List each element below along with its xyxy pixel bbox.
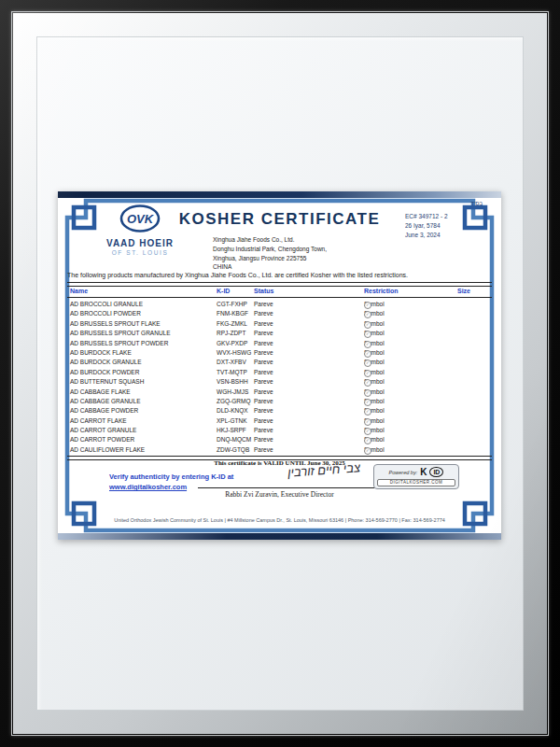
product-kid: VSN-BSHH xyxy=(217,378,248,385)
symbol-check-icon: ✓ xyxy=(364,379,371,387)
symbol-check-icon: ✓ xyxy=(364,408,371,416)
product-restriction: ✓Symbol xyxy=(364,340,385,346)
product-name: AD CABBAGE GRANULE xyxy=(70,398,141,404)
product-status: Pareve xyxy=(254,398,273,404)
column-status: Status xyxy=(254,288,273,294)
product-name: AD CARROT GRANULE xyxy=(70,427,136,433)
table-header: Name K-ID Status Restriction Size xyxy=(58,288,501,297)
product-restriction: ✓Symbol xyxy=(364,301,385,307)
table-row: AD BURDOCK GRANULEDXT-XFBVPareve✓Symbol xyxy=(58,358,501,367)
product-status: Pareve xyxy=(254,369,273,375)
product-restriction: ✓Symbol xyxy=(364,388,385,395)
symbol-check-icon: ✓ xyxy=(364,302,371,309)
product-name: AD BUTTERNUT SQUASH xyxy=(70,378,144,385)
product-restriction: ✓Symbol xyxy=(364,369,385,375)
product-restriction: ✓Symbol xyxy=(364,310,385,317)
symbol-check-icon: ✓ xyxy=(364,331,371,338)
product-status: Pareve xyxy=(254,301,273,307)
product-restriction: ✓Symbol xyxy=(364,427,385,433)
organization-footer: United Orthodox Jewish Community of St. … xyxy=(75,517,484,523)
table-row: AD CABBAGE POWDERDLD-KNQXPareve✓Symbol xyxy=(58,406,501,416)
company-street: Donghu Industrial Park, Chengdong Town, xyxy=(213,245,327,254)
table-row: AD CARROT FLAKEXPL-GTNKPareve✓Symbol xyxy=(58,416,501,426)
product-status: Pareve xyxy=(254,446,273,453)
symbol-check-icon: ✓ xyxy=(364,359,371,367)
product-status: Pareve xyxy=(254,388,273,395)
product-kid: WGH-JMJS xyxy=(217,388,248,395)
product-kid: CGT-FXHP xyxy=(217,301,247,307)
company-country: CHINA xyxy=(213,262,327,272)
issue-date: June 3, 2024 xyxy=(405,231,448,240)
symbol-check-icon: ✓ xyxy=(364,321,371,329)
product-rows: AD BROCCOLI GRANULECGT-FXHPPareve✓Symbol… xyxy=(58,300,501,455)
kosher-certificate: בס"ד OVK VAAD HOEIR OF ST. LOUIS KOSHER … xyxy=(58,191,501,540)
column-name: Name xyxy=(70,288,88,294)
table-row: AD BRUSSELS SPROUT FLAKEFKG-ZMKLPareve✓S… xyxy=(58,319,501,329)
product-kid: FKG-ZMKL xyxy=(217,320,247,327)
product-kid: DLD-KNQX xyxy=(217,407,248,414)
org-subtitle: OF ST. LOUIS xyxy=(86,249,194,256)
product-kid: RPJ-ZDPT xyxy=(217,330,245,336)
product-status: Pareve xyxy=(254,407,273,414)
symbol-check-icon: ✓ xyxy=(364,428,371,435)
product-name: AD BURDOCK FLAKE xyxy=(70,349,132,356)
product-name: AD CABBAGE POWDER xyxy=(70,407,138,414)
product-restriction: ✓Symbol xyxy=(364,436,385,443)
product-name: AD BRUSSELS SPROUT FLAKE xyxy=(70,320,161,327)
table-row: AD BUTTERNUT SQUASHVSN-BSHHPareve✓Symbol xyxy=(58,377,501,387)
product-name: AD BRUSSELS SPROUT POWDER xyxy=(70,340,168,346)
hebrew-date: 26 Iyar, 5784 xyxy=(405,221,448,231)
product-kid: GKV-PXDP xyxy=(217,340,247,346)
table-row: AD CARROT POWDERDNQ-MQCMPareve✓Symbol xyxy=(58,435,501,444)
table-top-rule xyxy=(67,282,492,287)
symbol-check-icon: ✓ xyxy=(364,447,371,455)
product-restriction: ✓Symbol xyxy=(364,446,385,453)
product-kid: WVX-HSWG xyxy=(217,349,251,356)
product-restriction: ✓Symbol xyxy=(364,330,385,336)
certificate-number: EC# 349712 - 2 xyxy=(405,212,448,221)
symbol-check-icon: ✓ xyxy=(364,341,371,348)
hebrew-bsd: בס"ד xyxy=(470,201,483,206)
product-status: Pareve xyxy=(254,320,273,327)
table-row: AD BROCCOLI POWDERFNM-KBGFPareve✓Symbol xyxy=(58,309,501,318)
table-row: AD BURDOCK POWDERTVT-MQTPPareve✓Symbol xyxy=(58,368,501,377)
product-kid: HKJ-SRPF xyxy=(217,427,246,433)
product-name: AD CAULIFLOWER FLAKE xyxy=(70,446,145,453)
kid-logo-k: K xyxy=(420,467,427,477)
product-status: Pareve xyxy=(254,378,273,385)
product-kid: ZGQ-GRMQ xyxy=(217,398,250,404)
product-restriction: ✓Symbol xyxy=(364,349,385,356)
table-row: AD CARROT GRANULEHKJ-SRPFPareve✓Symbol xyxy=(58,426,501,435)
product-name: AD BURDOCK POWDER xyxy=(70,369,139,375)
signatory-name: Rabbi Zvi Zuravin, Executive Director xyxy=(58,490,501,499)
symbol-check-icon: ✓ xyxy=(364,418,371,426)
product-kid: TVT-MQTP xyxy=(217,369,247,375)
digitalkosher-badge-url: DIGITALKOSHER.COM xyxy=(377,479,455,486)
product-name: AD CARROT POWDER xyxy=(70,436,134,443)
column-restriction: Restriction xyxy=(364,288,399,294)
product-restriction: ✓Symbol xyxy=(364,320,385,327)
table-row: AD BRUSSELS SPROUT GRANULERPJ-ZDPTPareve… xyxy=(58,329,501,338)
product-kid: DXT-XFBV xyxy=(217,359,246,365)
product-status: Pareve xyxy=(254,310,273,317)
product-status: Pareve xyxy=(254,340,273,346)
product-restriction: ✓Symbol xyxy=(364,407,385,414)
table-row: AD CABBAGE GRANULEZGQ-GRMQPareve✓Symbol xyxy=(58,397,501,406)
product-restriction: ✓Symbol xyxy=(364,378,385,385)
product-name: AD BROCCOLI POWDER xyxy=(70,310,141,317)
product-restriction: ✓Symbol xyxy=(364,417,385,424)
product-status: Pareve xyxy=(254,417,273,424)
company-address: Xinghua Jiahe Foods Co., Ltd. Donghu Ind… xyxy=(213,235,327,272)
column-kid: K-ID xyxy=(217,288,230,294)
product-name: AD CARROT FLAKE xyxy=(70,417,127,424)
powered-by-kid-badge: Powered by: K ID DIGITALKOSHER.COM xyxy=(373,464,459,489)
kid-logo-oval: ID xyxy=(429,467,443,477)
product-status: Pareve xyxy=(254,436,273,443)
signature-rule xyxy=(198,487,396,488)
table-row: AD BRUSSELS SPROUT POWDERGKV-PXDPPareve✓… xyxy=(58,339,501,348)
table-row: AD BROCCOLI GRANULECGT-FXHPPareve✓Symbol xyxy=(58,300,501,309)
table-row: AD BURDOCK FLAKEWVX-HSWGPareve✓Symbol xyxy=(58,348,501,358)
certification-statement: The following products manufactured by X… xyxy=(67,272,492,278)
product-name: AD BRUSSELS SPROUT GRANULE xyxy=(70,330,171,336)
symbol-check-icon: ✓ xyxy=(364,370,371,377)
